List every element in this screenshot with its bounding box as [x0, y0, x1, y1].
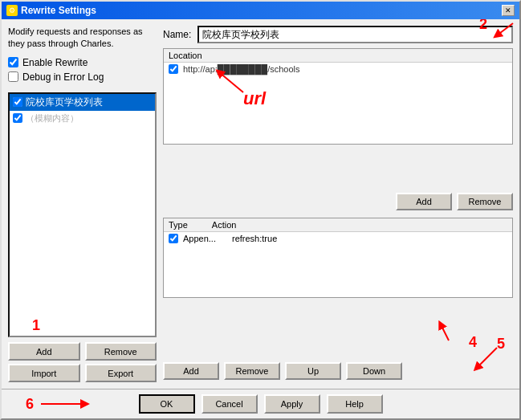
action-section-wrapper: Type Action Appen... refresh:true — [163, 218, 513, 355]
type-col-label: Type — [169, 220, 188, 230]
window-title: Rewrite Settings — [21, 5, 96, 16]
debug-log-label: Debug in Error Log — [22, 71, 104, 83]
arrow-4-svg — [425, 304, 473, 345]
name-section: Name: 2 — [163, 26, 513, 43]
export-button[interactable]: Export — [85, 364, 157, 382]
annotation-4: 4 — [469, 334, 477, 351]
location-section-wrapper: Location http://ap:████████/schools url — [163, 48, 513, 186]
lower-add-button[interactable]: Add — [163, 362, 219, 380]
arrow-6-svg — [37, 394, 93, 414]
title-bar-left: ⚙ Rewrite Settings — [6, 5, 96, 16]
action-value: refresh:true — [232, 234, 277, 243]
left-buttons: Add Remove Import Export — [8, 342, 157, 382]
rules-list[interactable]: 院校库页学校列表 （模糊内容） — [8, 92, 157, 337]
description-text: Modify requests and responses as they pa… — [8, 26, 157, 51]
list-item[interactable]: （模糊内容） — [10, 111, 155, 126]
action-section: Type Action Appen... refresh:true — [163, 218, 513, 298]
add-remove-row: Add Remove — [8, 342, 157, 361]
action-col-label: Action — [212, 220, 237, 230]
ok-button[interactable]: OK — [139, 394, 195, 414]
import-export-row: Import Export — [8, 364, 157, 382]
location-col-label: Location — [169, 51, 202, 60]
lower-remove-button[interactable]: Remove — [224, 362, 280, 380]
title-bar: ⚙ Rewrite Settings ✕ — [2, 2, 519, 19]
location-checkbox[interactable] — [169, 64, 178, 74]
main-window: ⚙ Rewrite Settings ✕ Modify requests and… — [0, 0, 521, 420]
remove-rule-button[interactable]: Remove — [85, 342, 157, 361]
svg-line-2 — [441, 324, 449, 340]
apply-button[interactable]: Apply — [264, 394, 320, 414]
right-panel: Name: 2 Locat — [163, 26, 513, 382]
location-value: http://ap:████████/schools — [183, 64, 300, 74]
cancel-button[interactable]: Cancel — [201, 394, 258, 414]
enable-rewrite-label: Enable Rewrite — [22, 57, 88, 68]
import-button[interactable]: Import — [8, 364, 80, 382]
action-type: Appen... — [183, 234, 227, 243]
lower-action-buttons: Add Remove Up Down — [163, 360, 513, 382]
debug-log-row: Debug in Error Log — [8, 71, 157, 83]
action-checkbox[interactable] — [169, 234, 178, 243]
debug-log-checkbox[interactable] — [8, 71, 18, 82]
window-content: Modify requests and responses as they pa… — [2, 19, 519, 389]
list-item-label-1: （模糊内容） — [26, 112, 79, 124]
enable-rewrite-row[interactable]: Enable Rewrite — [8, 57, 157, 68]
window-icon: ⚙ — [6, 5, 18, 16]
list-item-label-0: 院校库页学校列表 — [26, 96, 103, 109]
lower-up-button[interactable]: Up — [285, 362, 341, 380]
action-row[interactable]: Appen... refresh:true — [164, 232, 512, 245]
action-header: Type Action — [164, 218, 512, 232]
lower-buttons-wrapper: Add Remove Up Down 5 — [163, 360, 513, 382]
bottom-bar: OK Cancel Apply Help 6 — [2, 389, 519, 418]
add-rule-button[interactable]: Add — [8, 342, 80, 361]
enable-rewrite-checkbox[interactable] — [8, 57, 18, 67]
close-button[interactable]: ✕ — [502, 5, 515, 16]
name-row: Name: — [163, 26, 513, 43]
title-controls: ✕ — [502, 5, 515, 16]
list-item-checkbox-1[interactable] — [13, 113, 22, 123]
upper-add-button[interactable]: Add — [396, 193, 452, 210]
lower-down-button[interactable]: Down — [346, 362, 402, 380]
location-row[interactable]: http://ap:████████/schools — [164, 63, 512, 75]
list-item-checkbox-0[interactable] — [13, 97, 22, 107]
name-label: Name: — [163, 29, 191, 40]
upper-action-buttons: Add Remove — [163, 190, 513, 213]
upper-remove-button[interactable]: Remove — [457, 193, 513, 210]
annotation-6-container: 6 — [26, 394, 93, 414]
annotation-6: 6 — [26, 396, 34, 413]
location-section: Location http://ap:████████/schools — [163, 48, 513, 145]
left-panel: Modify requests and responses as they pa… — [8, 26, 157, 382]
name-input[interactable] — [197, 26, 513, 43]
help-button[interactable]: Help — [327, 394, 383, 414]
annotation-4-container: 4 — [425, 304, 473, 347]
location-header: Location — [164, 49, 512, 63]
list-item[interactable]: 院校库页学校列表 — [10, 94, 155, 111]
